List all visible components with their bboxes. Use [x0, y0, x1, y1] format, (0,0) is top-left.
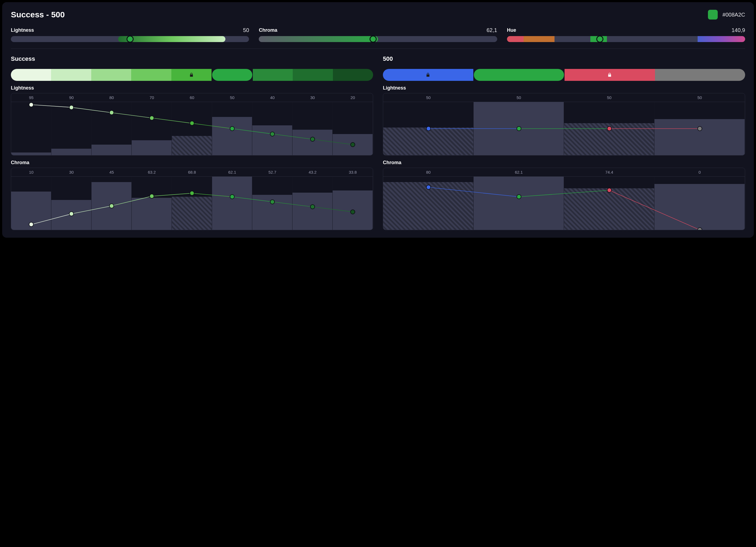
chart-point[interactable]: [516, 194, 521, 199]
chart-tick: 0: [654, 168, 745, 176]
lock-icon: [607, 72, 612, 77]
lightness-value: 50: [243, 27, 249, 33]
shade-lightness-chart-block: Lightness 50505050: [383, 85, 745, 156]
shade-lightness-chart[interactable]: 50505050: [383, 93, 745, 156]
chart-tick: 50: [474, 93, 564, 102]
chart-point[interactable]: [190, 121, 194, 126]
chart-point[interactable]: [310, 204, 315, 209]
chart-point[interactable]: [109, 110, 114, 115]
chart-tick: 20: [333, 93, 373, 102]
chart-point[interactable]: [350, 142, 355, 147]
chart-point[interactable]: [29, 102, 34, 107]
chart-tick: 43.2: [292, 168, 333, 176]
palette-swatch[interactable]: [131, 69, 171, 81]
chart-point[interactable]: [310, 137, 315, 142]
chart-point[interactable]: [69, 211, 74, 216]
color-swatch-group: #008A2C: [708, 10, 745, 20]
palette-swatch[interactable]: [11, 69, 51, 81]
palette-swatch[interactable]: [171, 69, 212, 81]
success-lightness-chart-block: Lightness 959080706050403020: [11, 85, 373, 156]
palette-swatch[interactable]: [91, 69, 131, 81]
chart-tick: 74.4: [564, 168, 654, 176]
chart-point[interactable]: [607, 188, 612, 193]
palette-swatch[interactable]: [293, 69, 333, 81]
shade-chroma-chart-block: Chroma 8062.174.40: [383, 160, 745, 230]
chart-tick: 30: [51, 168, 92, 176]
palette-swatch[interactable]: [655, 69, 745, 81]
chart-tick: 10: [11, 168, 51, 176]
chart-point[interactable]: [230, 194, 235, 199]
chart-tick: 90: [51, 93, 92, 102]
lightness-slider[interactable]: [11, 36, 249, 42]
two-column-layout: Success Lightness 959080706050403020 Chr…: [11, 55, 745, 230]
hue-slider-block: Hue 140,9: [507, 27, 745, 42]
chart-tick: 62.1: [474, 168, 564, 176]
chart-tick: 50: [383, 93, 474, 102]
chart-label: Lightness: [383, 85, 745, 91]
lightness-slider-thumb[interactable]: [127, 36, 134, 43]
shade-section-title: 500: [383, 55, 745, 62]
chart-tick: 80: [383, 168, 474, 176]
chart-point[interactable]: [109, 204, 114, 209]
chart-label: Chroma: [11, 160, 373, 166]
chart-label: Lightness: [11, 85, 373, 91]
chart-point[interactable]: [270, 132, 275, 137]
chroma-slider[interactable]: [259, 36, 497, 42]
chart-tick: 40: [252, 93, 292, 102]
color-swatch[interactable]: [708, 10, 718, 20]
chroma-slider-thumb[interactable]: [370, 36, 377, 43]
chart-tick: 60: [172, 93, 212, 102]
hue-value: 140,9: [732, 27, 745, 33]
palette-swatch[interactable]: [565, 69, 655, 81]
chart-tick: 50: [564, 93, 654, 102]
chart-point[interactable]: [230, 126, 235, 131]
success-lightness-chart[interactable]: 959080706050403020: [11, 93, 373, 156]
sliders-row: Lightness 50 Chroma 62,1 Hue 140,9: [11, 27, 745, 42]
palette-swatch[interactable]: [51, 69, 91, 81]
shade-palette-strip[interactable]: [383, 69, 745, 81]
palette-swatch[interactable]: [212, 69, 252, 81]
lock-icon: [189, 72, 194, 77]
chart-tick: 50: [212, 93, 252, 102]
lock-icon: [426, 72, 430, 77]
chart-tick: 62.1: [212, 168, 252, 176]
palette-swatch[interactable]: [253, 69, 293, 81]
chroma-slider-block: Chroma 62,1: [259, 27, 497, 42]
chart-label: Chroma: [383, 160, 745, 166]
header-row: Success - 500 #008A2C: [11, 10, 745, 20]
chart-tick: 63.2: [132, 168, 172, 176]
chroma-value: 62,1: [487, 27, 497, 33]
hue-slider[interactable]: [507, 36, 745, 42]
chart-point[interactable]: [516, 126, 521, 131]
palette-swatch[interactable]: [383, 69, 473, 81]
chart-point[interactable]: [697, 126, 702, 131]
chart-point[interactable]: [69, 105, 74, 110]
chart-point[interactable]: [149, 194, 154, 199]
chart-point[interactable]: [426, 185, 431, 190]
hue-label: Hue: [507, 27, 516, 33]
chart-tick: 50: [654, 93, 745, 102]
shade-chroma-chart[interactable]: 8062.174.40: [383, 168, 745, 230]
chart-point[interactable]: [426, 126, 431, 131]
hex-value[interactable]: #008A2C: [723, 12, 745, 18]
success-palette-strip[interactable]: [11, 69, 373, 81]
chart-tick: 45: [92, 168, 132, 176]
chroma-label: Chroma: [259, 27, 277, 33]
palette-swatch[interactable]: [333, 69, 373, 81]
success-section-title: Success: [11, 55, 373, 62]
success-chroma-chart[interactable]: 10304563.268.862.152.743.233.8: [11, 168, 373, 230]
chart-point[interactable]: [190, 191, 194, 196]
chart-tick: 30: [292, 93, 333, 102]
chart-point[interactable]: [607, 126, 612, 131]
hue-slider-thumb[interactable]: [596, 36, 603, 43]
chart-tick: 33.8: [333, 168, 373, 176]
chart-point[interactable]: [350, 210, 355, 214]
chart-point[interactable]: [270, 200, 275, 204]
chart-tick: 95: [11, 93, 51, 102]
chart-point[interactable]: [29, 222, 34, 227]
palette-swatch[interactable]: [474, 69, 564, 81]
chart-point[interactable]: [149, 116, 154, 121]
success-column: Success Lightness 959080706050403020 Chr…: [11, 55, 373, 230]
color-editor-panel: Success - 500 #008A2C Lightness 50 Chrom…: [2, 2, 754, 238]
shade-column: 500 Lightness 50505050 Chroma 8062.174.4…: [383, 55, 745, 230]
